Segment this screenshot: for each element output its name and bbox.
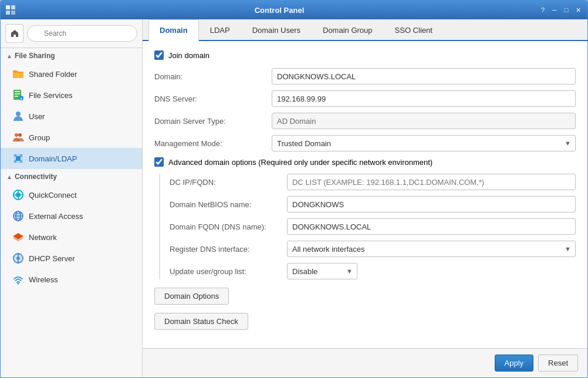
domain-icon bbox=[12, 153, 24, 164]
domain-netbios-label: Domain NetBIOS name: bbox=[170, 200, 287, 209]
dns-server-label: DNS Server: bbox=[154, 95, 272, 103]
sidebar-item-label: External Access bbox=[29, 212, 83, 221]
tab-domain[interactable]: Domain bbox=[148, 19, 199, 41]
dns-server-input[interactable] bbox=[272, 90, 576, 107]
register-dns-select[interactable]: All network interfaces Specific interfac… bbox=[287, 241, 576, 257]
svg-rect-4 bbox=[13, 73, 23, 78]
svg-point-11 bbox=[16, 112, 21, 116]
update-user-group-label: Update user/group list: bbox=[170, 267, 287, 276]
svg-rect-2 bbox=[6, 11, 10, 15]
join-domain-checkbox[interactable] bbox=[154, 50, 164, 60]
app-icon bbox=[5, 5, 16, 15]
section-connectivity[interactable]: ▲ Connectivity bbox=[1, 169, 142, 184]
svg-point-13 bbox=[18, 133, 22, 137]
minimize-button[interactable]: ─ bbox=[550, 5, 559, 15]
advanced-options-checkbox[interactable] bbox=[154, 157, 164, 167]
sidebar-item-label: QuickConnect bbox=[29, 191, 77, 200]
domain-status-check-button[interactable]: Domain Status Check bbox=[154, 313, 248, 330]
svg-rect-19 bbox=[20, 160, 22, 163]
dc-ip-row: DC IP/FQDN: bbox=[170, 174, 576, 190]
sidebar-item-label: File Services bbox=[29, 91, 72, 100]
management-mode-wrapper: Trusted Domain Domain Admin Mode ▼ bbox=[272, 135, 576, 151]
tab-bar: Domain LDAP Domain Users Domain Group SS… bbox=[143, 19, 587, 41]
svg-point-35 bbox=[17, 253, 19, 255]
svg-rect-8 bbox=[15, 96, 18, 97]
tab-domain-group[interactable]: Domain Group bbox=[312, 19, 384, 41]
sidebar-item-dhcp-server[interactable]: DHCP Server bbox=[1, 248, 142, 269]
section-file-sharing[interactable]: ▲ File Sharing bbox=[1, 48, 142, 63]
file-services-icon: + bbox=[12, 89, 24, 101]
search-wrapper: 🔍 bbox=[27, 25, 137, 42]
svg-point-34 bbox=[16, 256, 20, 260]
sidebar-item-label: Shared Folder bbox=[29, 70, 77, 79]
search-input[interactable] bbox=[27, 25, 137, 42]
svg-point-21 bbox=[16, 193, 21, 197]
main-window: Control Panel ? ─ □ ✕ 🔍 bbox=[0, 0, 588, 378]
sidebar-item-quickconnect[interactable]: QuickConnect bbox=[1, 184, 142, 205]
tab-sso-client[interactable]: SSO Client bbox=[384, 19, 444, 41]
svg-rect-16 bbox=[14, 154, 16, 157]
user-icon bbox=[12, 110, 24, 122]
tab-domain-users[interactable]: Domain Users bbox=[241, 19, 312, 41]
register-dns-wrapper: All network interfaces Specific interfac… bbox=[287, 241, 576, 257]
main-content: Domain LDAP Domain Users Domain Group SS… bbox=[143, 19, 587, 377]
domain-fqdn-label: Domain FQDN (DNS name): bbox=[170, 222, 287, 231]
update-user-group-wrapper: Disable Every hour Every day ▼ bbox=[287, 263, 357, 279]
sidebar-item-wireless[interactable]: Wireless bbox=[1, 269, 142, 290]
register-dns-row: Register DNS interface: All network inte… bbox=[170, 241, 576, 257]
domain-netbios-input[interactable] bbox=[287, 196, 576, 212]
apply-button[interactable]: Apply bbox=[495, 355, 534, 372]
titlebar: Control Panel ? ─ □ ✕ bbox=[1, 1, 587, 19]
sidebar-item-group[interactable]: Group bbox=[1, 127, 142, 148]
sidebar-item-user[interactable]: User bbox=[1, 106, 142, 127]
domain-options-button[interactable]: Domain Options bbox=[154, 288, 229, 305]
dc-ip-label: DC IP/FQDN: bbox=[170, 178, 287, 187]
svg-rect-1 bbox=[11, 5, 15, 9]
svg-rect-18 bbox=[14, 160, 16, 163]
domain-label: Domain: bbox=[154, 72, 272, 81]
wireless-icon bbox=[12, 274, 24, 285]
svg-rect-15 bbox=[16, 156, 21, 161]
section-label: File Sharing bbox=[15, 52, 55, 60]
domain-row: Domain: bbox=[154, 68, 576, 85]
dc-ip-input[interactable] bbox=[287, 174, 576, 190]
svg-point-12 bbox=[15, 133, 18, 137]
sidebar-item-external-access[interactable]: External Access bbox=[1, 205, 142, 227]
section-arrow: ▲ bbox=[6, 174, 12, 180]
svg-rect-17 bbox=[20, 154, 22, 157]
svg-point-39 bbox=[18, 283, 19, 285]
window-title: Control Panel bbox=[21, 6, 538, 15]
sidebar-item-label: User bbox=[29, 112, 45, 121]
advanced-section: DC IP/FQDN: Domain NetBIOS name: Domain … bbox=[159, 174, 576, 279]
sidebar-item-label: DHCP Server bbox=[29, 254, 75, 263]
join-domain-row: Join domain bbox=[154, 50, 576, 60]
domain-input[interactable] bbox=[272, 68, 576, 85]
close-button[interactable]: ✕ bbox=[573, 5, 583, 15]
dhcp-icon bbox=[12, 252, 24, 264]
sidebar-item-label: Domain/LDAP bbox=[29, 154, 77, 163]
svg-rect-3 bbox=[11, 11, 15, 15]
menu-button[interactable]: ? bbox=[538, 5, 548, 15]
svg-rect-6 bbox=[15, 91, 20, 92]
sidebar-item-file-services[interactable]: + File Services bbox=[1, 85, 142, 106]
sidebar-item-network[interactable]: Network bbox=[1, 227, 142, 248]
sidebar-item-label: Wireless bbox=[29, 275, 58, 284]
tab-ldap[interactable]: LDAP bbox=[199, 19, 241, 41]
home-button[interactable] bbox=[5, 24, 23, 43]
svg-text:+: + bbox=[20, 97, 22, 101]
domain-fqdn-input[interactable] bbox=[287, 218, 576, 235]
sidebar-item-domain-ldap[interactable]: Domain/LDAP bbox=[1, 148, 142, 169]
sidebar-top: 🔍 bbox=[1, 19, 142, 48]
join-domain-label: Join domain bbox=[168, 51, 209, 60]
maximize-button[interactable]: □ bbox=[562, 5, 571, 15]
update-user-group-select[interactable]: Disable Every hour Every day bbox=[287, 263, 357, 279]
reset-button[interactable]: Reset bbox=[538, 355, 578, 372]
advanced-options-label: Advanced domain options (Required only u… bbox=[168, 158, 432, 167]
status-buttons-row: Domain Status Check bbox=[154, 313, 576, 330]
quickconnect-icon bbox=[12, 189, 24, 201]
sidebar-item-shared-folder[interactable]: Shared Folder bbox=[1, 63, 142, 85]
svg-rect-0 bbox=[6, 5, 10, 9]
advanced-options-row: Advanced domain options (Required only u… bbox=[154, 157, 576, 167]
management-mode-select[interactable]: Trusted Domain Domain Admin Mode bbox=[272, 135, 576, 151]
network-icon bbox=[12, 231, 24, 243]
